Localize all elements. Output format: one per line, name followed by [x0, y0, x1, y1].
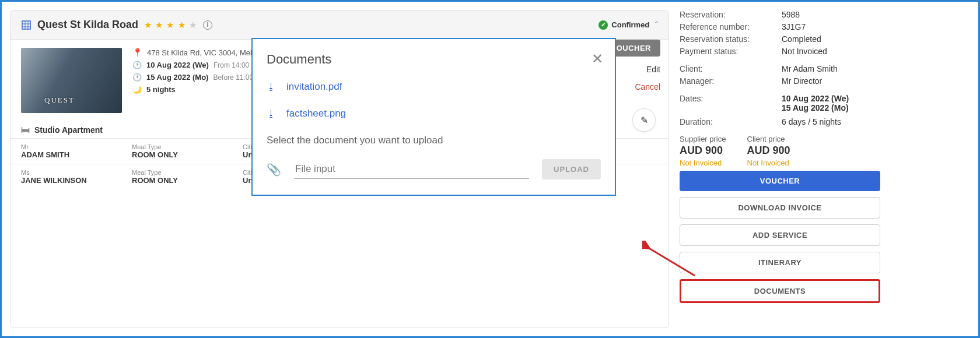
- guest-title: Ms: [21, 169, 132, 176]
- summary-value: 6 days / 5 nights: [782, 117, 880, 126]
- checkin-date: 10 Aug 2022 (We): [146, 61, 209, 69]
- pin-icon: 📍: [132, 48, 142, 57]
- checkout-date: 15 Aug 2022 (Mo): [146, 73, 208, 82]
- download-icon: ⭳: [267, 108, 276, 119]
- meal-type-label: Meal Type: [132, 143, 243, 150]
- summary-value: 5988: [782, 10, 880, 19]
- file-input[interactable]: [294, 160, 529, 179]
- document-item[interactable]: ⭳ invitation.pdf: [267, 81, 601, 93]
- modal-title: Documents: [267, 52, 601, 67]
- hotel-name[interactable]: Quest St Kilda Road: [37, 19, 138, 31]
- document-filename: invitation.pdf: [286, 81, 342, 93]
- supplier-price-status: Not Invoiced: [680, 159, 726, 167]
- cancel-link[interactable]: Cancel: [635, 82, 660, 91]
- document-filename: factsheet.png: [286, 108, 346, 119]
- upload-instruction: Select the document you want to upload: [267, 135, 601, 146]
- guest-name: JANE WILKINSON: [21, 176, 132, 185]
- svg-rect-0: [22, 21, 30, 29]
- client-price-status: Not Invoiced: [747, 159, 790, 167]
- supplier-price-label: Supplier price: [680, 135, 726, 143]
- status-badge: ✓ Confirmed: [598, 20, 649, 30]
- edit-fab[interactable]: ✎: [632, 108, 656, 132]
- summary-label: Payment status:: [680, 47, 782, 56]
- clock-icon: 🕐: [132, 61, 142, 69]
- room-type: Studio Apartment: [34, 125, 103, 135]
- edit-link[interactable]: Edit: [646, 65, 660, 74]
- download-invoice-button[interactable]: DOWNLOAD INVOICE: [680, 197, 880, 219]
- client-price-value: AUD 900: [747, 145, 790, 157]
- documents-modal: Documents ✕ ⭳ invitation.pdf ⭳ factsheet…: [251, 38, 616, 196]
- nights-count: 5 nights: [146, 85, 176, 94]
- document-item[interactable]: ⭳ factsheet.png: [267, 108, 601, 119]
- download-icon: ⭳: [267, 82, 276, 92]
- client-price-label: Client price: [747, 135, 790, 143]
- check-circle-icon: ✓: [598, 20, 608, 30]
- guest-title: Mr: [21, 143, 132, 150]
- info-icon[interactable]: i: [203, 20, 212, 30]
- upload-button[interactable]: UPLOAD: [542, 159, 601, 179]
- hotel-image-logo: QUEST: [44, 96, 75, 105]
- status-text: Confirmed: [611, 20, 649, 29]
- summary-label: Duration:: [680, 117, 782, 126]
- hotel-image: QUEST: [21, 48, 122, 113]
- documents-button[interactable]: DOCUMENTS: [680, 279, 880, 303]
- date-out: 15 Aug 2022 (Mo): [782, 103, 849, 112]
- close-icon[interactable]: ✕: [592, 51, 603, 67]
- summary-label: Client:: [680, 64, 782, 73]
- bed-icon: 🛏: [21, 125, 30, 135]
- collapse-icon[interactable]: ˆ: [655, 20, 658, 30]
- checkin-time: From 14:00: [214, 61, 249, 69]
- meal-type-label: Meal Type: [132, 169, 243, 176]
- moon-icon: 🌙: [132, 85, 142, 94]
- itinerary-button[interactable]: ITINERARY: [680, 252, 880, 273]
- summary-label: Dates:: [680, 94, 782, 112]
- summary-value: Mr Adam Smith: [782, 64, 880, 73]
- hotel-card-header: Quest St Kilda Road ★ ★ ★ ★ ★ i ✓ Confir…: [10, 10, 668, 40]
- star-rating: ★ ★ ★ ★ ★: [144, 20, 197, 30]
- meal-type-value: ROOM ONLY: [132, 150, 243, 159]
- add-service-button[interactable]: ADD SERVICE: [680, 224, 880, 246]
- reservation-status-value: Completed: [782, 34, 880, 44]
- summary-label: Reference number:: [680, 22, 782, 31]
- voucher-button[interactable]: VOUCHER: [680, 171, 880, 191]
- summary-value: Mr Director: [782, 76, 880, 86]
- date-in: 10 Aug 2022 (We): [782, 94, 849, 103]
- clock-icon: 🕐: [132, 73, 142, 82]
- summary-value: 3J1G7: [782, 22, 880, 31]
- grid-icon: [21, 20, 32, 30]
- payment-status-value: Not Invoiced: [782, 47, 880, 56]
- pencil-icon: ✎: [640, 115, 648, 126]
- supplier-price-value: AUD 900: [680, 145, 726, 157]
- paperclip-icon[interactable]: 📎: [267, 163, 281, 177]
- summary-label: Reservation status:: [680, 34, 782, 44]
- summary-label: Manager:: [680, 76, 782, 86]
- summary-label: Reservation:: [680, 10, 782, 19]
- meal-type-value: ROOM ONLY: [132, 176, 243, 185]
- checkout-time: Before 11:00: [213, 73, 253, 82]
- guest-name: ADAM SMITH: [21, 150, 132, 159]
- reservation-summary: Reservation:5988 Reference number:3J1G7 …: [680, 10, 884, 328]
